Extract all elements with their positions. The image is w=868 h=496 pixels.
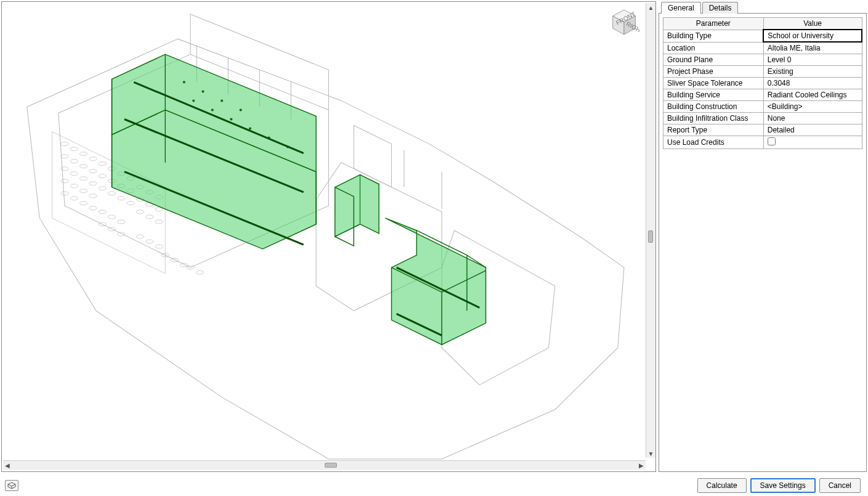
dialog-buttons: Calculate Save Settings Cancel [695,476,863,495]
value-cell[interactable]: <Building> [763,101,862,113]
svg-point-58 [180,263,188,267]
svg-point-48 [108,215,115,219]
value-cell[interactable]: Level 0 [763,54,862,66]
scroll-left-arrow[interactable]: ◀ [3,461,12,470]
svg-point-36 [80,201,87,205]
value-cell[interactable]: None [763,113,862,124]
svg-point-8 [80,152,87,156]
horizontal-scrollbar[interactable]: ◀ ▶ [3,460,646,470]
side-panel: General Details Parameter Value Building… [657,0,868,473]
svg-point-45 [146,215,153,219]
svg-point-43 [155,208,163,211]
svg-point-67 [230,118,232,120]
svg-point-46 [155,220,163,224]
svg-point-30 [61,179,68,183]
svg-line-86 [12,487,15,489]
svg-point-33 [89,194,97,198]
param-cell: Building Infiltration Class [663,113,764,124]
table-row: Building ServiceRadiant Cooled Ceilings [663,89,862,101]
svg-point-54 [146,240,153,243]
panel-body: Parameter Value Building TypeSchool or U… [659,13,867,472]
parameter-table: Parameter Value Building TypeSchool or U… [663,17,862,149]
svg-point-65 [192,99,195,102]
svg-point-32 [80,189,87,193]
value-cell[interactable]: School or University [763,30,862,42]
table-row: Sliver Space Tolerance0.3048 [663,78,862,89]
column-header-value[interactable]: Value [763,18,862,30]
param-cell: Building Type [663,30,764,42]
column-header-parameter[interactable]: Parameter [663,18,764,30]
svg-point-61 [183,81,185,83]
viewport-area: FRONT RIGHT ▲ ▼ ◀ ▶ [1,1,656,472]
value-cell[interactable]: 0.3048 [763,78,862,89]
svg-point-10 [99,162,106,166]
svg-point-68 [249,128,251,130]
svg-point-49 [118,220,125,224]
svg-point-44 [136,210,144,214]
tab-details[interactable]: Details [702,2,739,14]
table-row: Building TypeSchool or University [663,30,862,42]
table-row: Report TypeDetailed [663,124,862,136]
bottom-bar: Calculate Save Settings Cancel [0,475,868,496]
svg-point-7 [70,147,78,151]
param-cell: Report Type [663,124,764,136]
svg-point-17 [89,169,97,173]
svg-point-34 [61,192,68,195]
table-row: Ground PlaneLevel 0 [663,54,862,66]
svg-point-37 [89,206,97,210]
svg-point-15 [70,160,78,163]
table-row: LocationAltolia ME, Italia [663,42,862,54]
horizontal-scroll-thumb[interactable] [325,463,337,468]
cancel-button[interactable]: Cancel [819,478,861,493]
value-cell[interactable]: Detailed [763,124,862,136]
tabs-row: General Details [659,1,867,13]
svg-line-85 [8,487,12,489]
svg-point-63 [221,99,223,102]
svg-point-25 [89,182,97,185]
svg-point-9 [89,157,97,161]
svg-point-29 [127,201,134,205]
svg-point-64 [240,108,242,111]
main-layout: FRONT RIGHT ▲ ▼ ◀ ▶ General Details Para… [0,0,868,473]
param-cell: Sliver Space Tolerance [663,78,764,89]
svg-point-35 [70,197,78,200]
view-control-icon[interactable] [5,480,18,491]
scroll-right-arrow[interactable]: ▶ [637,461,646,470]
svg-point-18 [99,174,106,178]
svg-point-27 [108,192,115,195]
table-row: Building Construction<Building> [663,101,862,113]
table-row: Project PhaseExisting [663,66,862,78]
param-cell: Location [663,42,764,54]
svg-point-28 [118,197,125,200]
svg-point-23 [70,172,78,176]
value-cell[interactable] [763,136,862,149]
svg-point-60 [196,270,203,274]
svg-point-31 [70,184,78,188]
svg-point-53 [136,235,144,238]
table-row: Building Infiltration ClassNone [663,113,862,124]
svg-point-55 [155,245,163,248]
svg-point-14 [61,155,68,158]
scroll-down-arrow[interactable]: ▼ [647,449,655,458]
viewcube[interactable]: FRONT RIGHT [609,7,639,38]
value-cell[interactable]: Altolia ME, Italia [763,42,862,54]
svg-point-26 [99,187,106,190]
save-settings-button[interactable]: Save Settings [750,478,816,493]
svg-point-24 [80,177,87,181]
calculate-button[interactable]: Calculate [697,478,747,493]
svg-point-16 [80,165,87,168]
svg-point-6 [61,142,68,146]
value-cell[interactable]: Existing [763,66,862,78]
value-cell[interactable]: Radiant Cooled Ceilings [763,89,862,101]
table-row: Use Load Credits [663,136,862,149]
use-load-credits-checkbox[interactable] [768,137,776,145]
tab-general[interactable]: General [661,2,701,14]
scroll-up-arrow[interactable]: ▲ [647,3,655,12]
svg-marker-81 [8,482,15,486]
model-3d-view[interactable] [2,2,655,471]
vertical-scroll-thumb[interactable] [648,230,653,243]
svg-point-52 [118,232,125,236]
vertical-scrollbar[interactable]: ▲ ▼ [646,3,655,458]
svg-point-62 [201,90,204,92]
param-cell: Project Phase [663,66,764,78]
